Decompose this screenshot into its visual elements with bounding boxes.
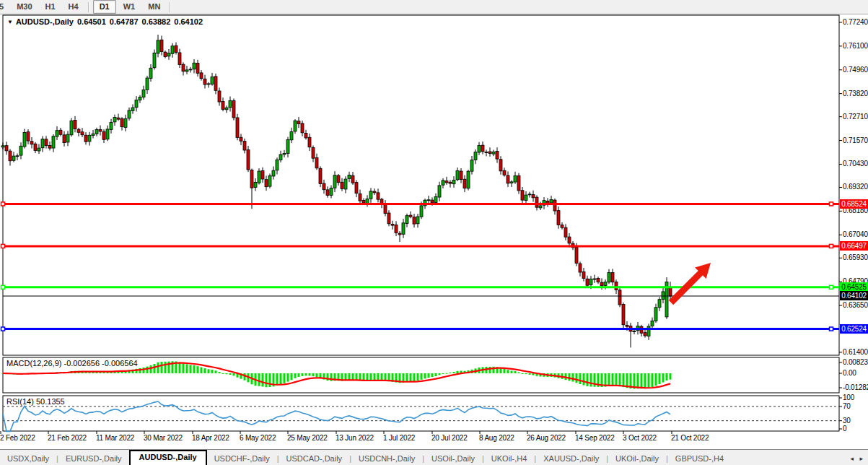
time-axis-label: 2 Feb 2022 xyxy=(0,434,35,442)
line-handle-left[interactable] xyxy=(1,285,5,289)
price-low: 0.63882 xyxy=(142,17,171,26)
time-axis-label: 18 Apr 2022 xyxy=(192,434,229,442)
price-axis-label: 0.63650 xyxy=(843,301,868,309)
time-axis-label: 20 Jul 2022 xyxy=(431,434,468,442)
timeframe-button-w1[interactable]: W1 xyxy=(118,1,141,13)
tab-ukoil-daily[interactable]: UKOil-,Daily xyxy=(608,452,666,465)
tab-audusd-daily[interactable]: AUDUSD-,Daily xyxy=(129,450,207,465)
tab-xauusd-daily[interactable]: XAUUSD-,Daily xyxy=(536,452,606,465)
price-high: 0.64787 xyxy=(110,17,139,26)
chart-canvas[interactable] xyxy=(0,14,868,448)
macd-name: MACD(12,26,9) xyxy=(6,359,61,368)
line-handle-left[interactable] xyxy=(1,327,5,331)
tab-eurusd-daily[interactable]: EURUSD-,Daily xyxy=(58,452,129,465)
line-handle-right[interactable] xyxy=(830,285,833,289)
symbol-tab-bar: ◂ ▸ USDX,Daily|EURUSD-,DailyAUDUSD-,Dail… xyxy=(0,449,868,465)
rsi-axis-label: 30 xyxy=(843,417,851,425)
chart-symbol: AUDUSD-,Daily xyxy=(16,17,74,26)
tab-gbpusd-h4[interactable]: GBPUSD-,H4 xyxy=(668,452,731,465)
timeframe-button-5[interactable]: 5 xyxy=(0,1,9,13)
tab-usdcnh-daily[interactable]: USDCNH-,Daily xyxy=(351,452,422,465)
price-close: 0.64102 xyxy=(174,17,203,26)
timeframe-toolbar: 5M30H1H4D1W1MN xyxy=(0,0,868,14)
hline-price-badge: 0.68524 xyxy=(840,199,868,209)
chevron-down-icon[interactable]: ▼ xyxy=(7,19,13,25)
tab-usoil-daily[interactable]: USOil-,Daily xyxy=(424,452,482,465)
tab-ukoil-h4[interactable]: UKOil-,H4 xyxy=(484,452,535,465)
time-axis-label: 14 Sep 2022 xyxy=(575,434,615,442)
time-axis-label: 3 Oct 2022 xyxy=(623,434,657,442)
hline-price-badge: 0.62524 xyxy=(840,324,868,334)
price-axis-label: 0.69320 xyxy=(843,183,868,191)
price-open: 0.64501 xyxy=(77,17,106,26)
time-axis-label: 1 Jul 2022 xyxy=(383,434,415,442)
current-price-badge: 0.64102 xyxy=(840,291,868,300)
tab-usdcad-daily[interactable]: USDCAD-,Daily xyxy=(279,452,350,465)
time-axis-label: 6 May 2022 xyxy=(240,434,276,442)
tab-usdchf-daily[interactable]: USDCHF-,Daily xyxy=(207,452,277,465)
timeframe-button-h4[interactable]: H4 xyxy=(63,1,84,13)
price-axis-label: 0.67040 xyxy=(843,230,868,238)
price-axis-label: 0.73820 xyxy=(843,90,868,97)
price-axis-label: 0.76100 xyxy=(843,42,868,50)
line-handle-left[interactable] xyxy=(1,244,5,248)
price-axis-label: 0.74960 xyxy=(843,66,868,74)
hline-price-badge: 0.66497 xyxy=(840,241,868,251)
line-handle-right[interactable] xyxy=(830,244,833,248)
macd-values: -0.002656 -0.006564 xyxy=(63,359,137,368)
timeframe-button-m30[interactable]: M30 xyxy=(11,1,38,13)
macd-axis-label: 0.00823 xyxy=(843,358,868,366)
chart-title: ▼AUDUSD-,Daily0.645010.647870.638820.641… xyxy=(7,17,206,26)
price-axis-label: 0.77240 xyxy=(843,18,868,26)
rsi-value: 50.1355 xyxy=(36,397,65,406)
macd-axis-label: 0.00 xyxy=(843,369,856,377)
rsi-axis-label: 70 xyxy=(843,402,851,410)
tab-scroll-arrows-icon[interactable]: ◂ ▸ xyxy=(850,455,865,462)
time-axis-label: 21 Feb 2022 xyxy=(48,434,87,442)
rsi-axis-label: 0 xyxy=(843,425,846,433)
timeframe-button-mn[interactable]: MN xyxy=(142,1,166,13)
line-handle-left[interactable] xyxy=(1,202,5,206)
toolbar-separator xyxy=(88,2,89,12)
price-axis-label: 0.70430 xyxy=(843,160,868,168)
price-axis-label: 0.71570 xyxy=(843,136,868,144)
line-handle-right[interactable] xyxy=(830,202,833,206)
time-axis-label: 26 Aug 2022 xyxy=(527,434,566,442)
price-axis-label: 0.72710 xyxy=(843,113,868,121)
trading-terminal-window: 5M30H1H4D1W1MN ▼AUDUSD-,Daily0.645010.64… xyxy=(0,0,868,465)
time-axis-label: 8 Aug 2022 xyxy=(479,434,514,442)
line-handle-right[interactable] xyxy=(830,327,833,331)
timeframe-button-h1[interactable]: H1 xyxy=(40,1,61,13)
rsi-name: RSI(14) xyxy=(6,397,34,406)
time-axis-label: 21 Oct 2022 xyxy=(671,434,709,442)
time-axis-label: 30 Mar 2022 xyxy=(144,434,183,442)
rsi-axis-label: 100 xyxy=(843,394,854,401)
price-axis-label: 0.65930 xyxy=(843,253,868,261)
rsi-indicator-label: RSI(14) 50.1355 xyxy=(6,397,65,406)
toolbar-separator xyxy=(170,2,171,12)
timeframe-button-d1[interactable]: D1 xyxy=(93,0,116,14)
price-axis-label: 0.61400 xyxy=(843,348,868,356)
macd-indicator-label: MACD(12,26,9) -0.002656 -0.006564 xyxy=(6,359,138,368)
time-axis-label: 13 Jun 2022 xyxy=(336,434,374,442)
time-axis-label: 11 Mar 2022 xyxy=(96,434,134,442)
time-axis-label: 25 May 2022 xyxy=(287,434,328,442)
macd-axis-label: -0.01282 xyxy=(843,383,868,391)
hline-price-badge: 0.64525 xyxy=(840,282,868,292)
tab-usdx-daily[interactable]: USDX,Daily xyxy=(0,452,56,465)
